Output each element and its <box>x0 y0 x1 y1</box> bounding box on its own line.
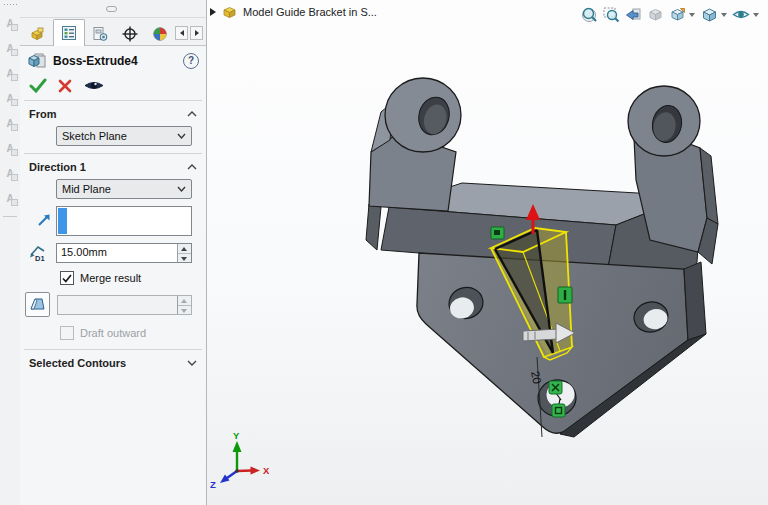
hide-show-items-button[interactable] <box>730 4 752 25</box>
merge-result-row: Merge result <box>60 271 206 285</box>
svg-text:D1: D1 <box>35 254 45 263</box>
text-tool-icon-7[interactable]: A <box>2 166 18 182</box>
property-manager-content: Boss-Extrude4 ? From <box>20 46 206 374</box>
cancel-button[interactable] <box>58 79 72 93</box>
dimxpert-manager-icon <box>121 25 139 43</box>
end-condition-select[interactable]: Mid Plane <box>56 179 192 199</box>
boss-extrude-icon <box>27 52 46 70</box>
draft-row <box>20 292 192 317</box>
flyout-tree-title: Model Guide Bracket in S... <box>243 6 377 18</box>
chevron-up-icon[interactable] <box>187 164 197 170</box>
property-manager-panel: Boss-Extrude4 ? From <box>20 0 207 505</box>
help-button[interactable]: ? <box>183 53 199 69</box>
draft-outward-checkbox <box>60 326 74 340</box>
tab-configurationmanager[interactable] <box>85 22 115 45</box>
spin-up-button <box>178 296 191 306</box>
chevron-down-icon <box>177 133 186 139</box>
expand-tree-icon[interactable] <box>210 8 216 16</box>
part-icon <box>222 5 237 19</box>
text-tool-icon-3[interactable]: A <box>2 66 18 82</box>
draft-on-off-button[interactable] <box>25 292 50 317</box>
tab-propertymanager[interactable] <box>53 19 85 46</box>
display-style-dropdown[interactable] <box>719 4 728 25</box>
section-selected-contours[interactable]: Selected Contours <box>20 350 206 374</box>
text-tool-icon-8[interactable]: A <box>2 191 18 207</box>
toolbar-grip[interactable] <box>3 3 17 7</box>
checkmark-icon <box>62 274 72 283</box>
draft-angle-input <box>57 295 192 315</box>
property-manager-icon <box>60 24 78 42</box>
display-style-button[interactable] <box>698 4 720 25</box>
zoom-to-fit-button[interactable] <box>578 4 600 25</box>
depth-icon: D1 <box>27 242 49 264</box>
merge-result-checkbox[interactable] <box>60 271 74 285</box>
heads-up-toolbar <box>578 4 762 25</box>
depth-input[interactable]: 15.00mm <box>56 243 192 263</box>
text-tool-icon-6[interactable]: A <box>2 141 18 157</box>
flyout-feature-tree[interactable]: Model Guide Bracket in S... <box>210 5 377 19</box>
manager-tab-bar <box>20 18 206 46</box>
draft-icon <box>28 295 47 314</box>
text-tool-icon-2[interactable]: A <box>2 41 18 57</box>
tab-scroll-buttons <box>175 26 203 40</box>
tab-dimxpertmanager[interactable] <box>115 22 145 45</box>
zoom-to-area-button[interactable] <box>600 4 622 25</box>
panel-splitter-grip[interactable] <box>106 6 117 12</box>
depth-spinner <box>177 244 191 262</box>
left-annotation-toolbar: A A A A A A A A <box>0 0 21 505</box>
show-preview-button[interactable] <box>83 79 105 92</box>
view-orientation-button[interactable] <box>666 4 688 25</box>
tab-featuremanager-design-tree[interactable] <box>23 22 53 45</box>
feature-header: Boss-Extrude4 ? <box>20 46 206 71</box>
spin-up-button[interactable] <box>178 244 191 254</box>
text-tool-icon-5[interactable]: A <box>2 116 18 132</box>
view-orientation-dropdown[interactable] <box>687 4 696 25</box>
graphics-viewport[interactable] <box>206 0 768 505</box>
hide-show-items-dropdown[interactable] <box>751 4 760 25</box>
chevron-down-icon <box>177 186 186 192</box>
selection-highlight <box>58 208 67 234</box>
feature-tree-icon <box>29 25 47 43</box>
panel-top-strip <box>20 0 206 18</box>
previous-view-button[interactable] <box>622 4 644 25</box>
feature-title: Boss-Extrude4 <box>53 54 138 68</box>
tab-scroll-right-button[interactable] <box>190 26 203 40</box>
section-direction1[interactable]: Direction 1 <box>20 154 206 178</box>
draft-spinner <box>177 296 191 314</box>
ok-button[interactable] <box>29 78 47 93</box>
draft-outward-row: Draft outward <box>60 326 206 340</box>
configuration-manager-icon <box>91 25 109 43</box>
solidworks-window: 20 Y X Z <box>0 0 768 505</box>
text-tool-icon-4[interactable]: A <box>2 91 18 107</box>
tab-scroll-left-button[interactable] <box>175 26 188 40</box>
chevron-down-icon[interactable] <box>187 360 197 366</box>
direction-arrow-icon <box>36 212 52 228</box>
display-manager-icon <box>151 25 169 43</box>
depth-row: D1 15.00mm <box>20 242 192 264</box>
action-buttons <box>20 71 206 100</box>
tab-displaymanager[interactable] <box>145 22 175 45</box>
direction-reference-row <box>20 206 192 236</box>
text-tool-icon-1[interactable]: A <box>2 16 18 32</box>
section-view-button[interactable] <box>644 4 666 25</box>
section-from[interactable]: From <box>20 101 206 125</box>
chevron-up-icon[interactable] <box>187 111 197 117</box>
from-condition-select[interactable]: Sketch Plane <box>56 126 192 146</box>
spin-down-button <box>178 306 191 315</box>
toolbar-divider <box>3 216 17 217</box>
spin-down-button[interactable] <box>178 254 191 263</box>
direction-reference-input[interactable] <box>56 206 192 236</box>
